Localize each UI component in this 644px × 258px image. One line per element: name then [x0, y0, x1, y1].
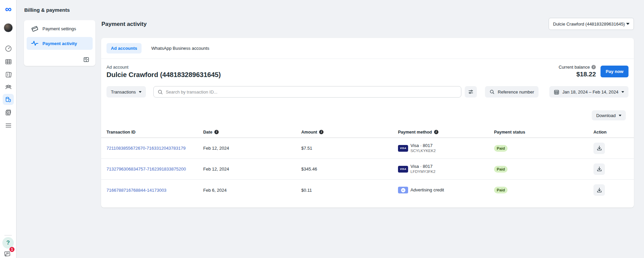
payment-method-name: Advertising credit [410, 187, 444, 193]
filter-row: Transactions Reference number [101, 86, 634, 98]
coin-icon [401, 188, 405, 192]
payment-method-badge: VISA [398, 166, 408, 173]
payment-method-cell: Advertising credit [398, 187, 494, 193]
chevron-down-icon [139, 91, 142, 93]
table-row: 7132796306834757-7162391833875200 Feb 12… [101, 159, 634, 180]
tables-icon[interactable] [3, 56, 14, 67]
calendar-icon [554, 89, 559, 95]
info-icon[interactable] [434, 130, 438, 134]
audiences-icon[interactable] [3, 81, 14, 93]
col-amount: Amount [301, 130, 317, 135]
table-header: Transaction ID Date Amount Payment metho… [101, 126, 634, 138]
ad-account-name: Dulcie Crawford (448183289631645) [106, 71, 221, 79]
amount-cell: $0.11 [301, 188, 398, 193]
payment-method-sub: SCYLKYKEK2 [410, 148, 436, 153]
amount-cell: $345.46 [301, 167, 398, 172]
info-icon[interactable] [319, 130, 324, 134]
meta-logo[interactable]: ∞ [3, 4, 14, 15]
transactions-table: Transaction ID Date Amount Payment metho… [101, 126, 634, 200]
menu-icon[interactable] [3, 120, 14, 131]
col-date: Date [203, 130, 212, 135]
billing-nav-card: Payment settings Payment activity [24, 20, 95, 66]
amount-cell: $7.51 [301, 146, 398, 151]
dashboard-icon[interactable] [3, 43, 14, 54]
reference-number-button[interactable]: Reference number [485, 86, 539, 98]
search-icon [157, 89, 163, 95]
transaction-id-link[interactable]: 7166788716768844-14173003 [106, 188, 166, 193]
documents-icon[interactable] [3, 69, 14, 80]
payment-method-badge [398, 187, 408, 193]
info-icon[interactable] [591, 65, 596, 69]
global-nav-rail: ∞ [0, 0, 17, 258]
account-selector-value: Dulcie Crawford (448183289631645) [553, 22, 626, 27]
download-receipt-button[interactable] [593, 143, 605, 154]
nav-payment-activity-label: Payment activity [42, 41, 77, 46]
transaction-search-input[interactable] [166, 89, 457, 95]
pay-now-button[interactable]: Pay now [601, 66, 628, 77]
date-cell: Feb 6, 2024 [203, 188, 301, 193]
profile-avatar[interactable] [3, 22, 14, 33]
tab-whatsapp-business-accounts[interactable]: WhatsApp Business accounts [147, 43, 214, 53]
chevron-down-icon [621, 91, 624, 93]
transactions-filter-dropdown[interactable]: Transactions [106, 86, 146, 98]
col-payment-method: Payment method [398, 130, 432, 135]
download-button[interactable]: Download [592, 110, 626, 120]
current-balance-label: Current balance [559, 65, 590, 70]
payment-method-cell: VISA Visa · 8017 LFDYMY3FK2 [398, 164, 494, 174]
nav-payment-settings-label: Payment settings [42, 26, 76, 31]
current-balance-value: $18.22 [559, 71, 596, 78]
payment-method-name: Visa · 8017 [410, 143, 436, 148]
account-selector-dropdown[interactable]: Dulcie Crawford (448183289631645) [549, 18, 634, 30]
download-receipt-button[interactable] [593, 163, 605, 175]
col-transaction-id: Transaction ID [106, 130, 135, 135]
transaction-id-link[interactable]: 7132796306834757-7162391833875200 [106, 167, 186, 172]
table-body: 7211083855672670-7163312043783179 Feb 12… [101, 138, 634, 200]
page-title: Billing & payments [24, 7, 70, 13]
chevron-down-icon [619, 115, 621, 116]
updates-button[interactable]: 1 [3, 250, 13, 258]
payment-method-sub: LFDYMY3FK2 [410, 169, 435, 174]
table-row: 7211083855672670-7163312043783179 Feb 12… [101, 138, 634, 159]
payment-activity-card: Ad accounts WhatsApp Business accounts A… [101, 38, 634, 208]
date-cell: Feb 12, 2024 [203, 146, 301, 151]
status-badge: Paid [494, 145, 508, 152]
date-cell: Feb 12, 2024 [203, 167, 301, 172]
rail-divider [4, 235, 12, 235]
search-icon [489, 89, 495, 95]
chevron-down-icon [626, 23, 630, 25]
transaction-id-link[interactable]: 7211083855672670-7163312043783179 [106, 146, 186, 151]
account-summary-row: Ad account Dulcie Crawford (448183289631… [101, 59, 634, 79]
table-row: 7166788716768844-14173003 Feb 6, 2024 $0… [101, 180, 634, 200]
search-box [153, 86, 461, 98]
catalog-icon[interactable] [3, 107, 14, 118]
nav-payment-settings[interactable]: Payment settings [27, 22, 93, 35]
filter-settings-button[interactable] [465, 86, 477, 98]
date-range-picker[interactable]: Jan 18, 2024 – Feb 14, 2024 [549, 86, 628, 98]
collapse-nav-button[interactable] [82, 56, 90, 63]
account-type-tabs: Ad accounts WhatsApp Business accounts [101, 38, 634, 59]
activity-pulse-icon [31, 39, 39, 47]
status-badge: Paid [494, 166, 508, 173]
credit-card-icon [31, 25, 39, 33]
payment-method-badge: VISA [398, 145, 408, 152]
main-title: Payment activity [101, 21, 147, 28]
billing-icon[interactable] [3, 94, 14, 105]
nav-payment-activity[interactable]: Payment activity [27, 37, 93, 50]
col-payment-status: Payment status [494, 130, 525, 135]
ad-account-label: Ad account [106, 65, 221, 70]
status-badge: Paid [494, 187, 508, 193]
notification-badge: 1 [9, 247, 14, 252]
download-receipt-button[interactable] [593, 184, 605, 196]
payment-method-cell: VISA Visa · 8017 SCYLKYKEK2 [398, 143, 494, 153]
payment-method-name: Visa · 8017 [410, 164, 435, 169]
avatar [4, 23, 13, 32]
tab-ad-accounts[interactable]: Ad accounts [106, 43, 142, 53]
info-icon[interactable] [214, 130, 219, 134]
col-action: Action [593, 130, 607, 135]
